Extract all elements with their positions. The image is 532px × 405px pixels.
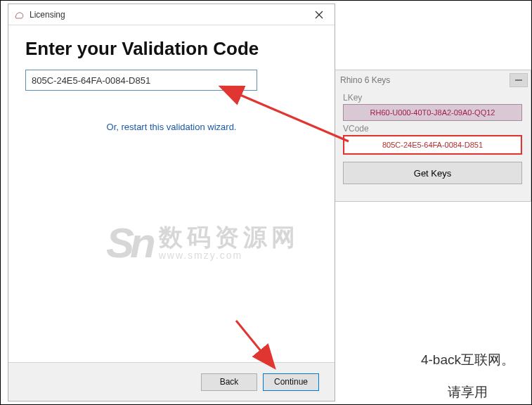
licensing-body: Enter your Validation Code Or, restart t… [8, 25, 335, 362]
lkey-label: LKey [343, 93, 522, 103]
vcode-highlight: 805C-24E5-64FA-0084-D851 [343, 135, 522, 155]
svg-rect-0 [515, 79, 522, 81]
rhino-app-icon [14, 9, 25, 20]
bg-line-1: 4-back互联网。 [421, 351, 514, 369]
licensing-window: Licensing Enter your Validation Code Or,… [8, 4, 335, 401]
back-button[interactable]: Back [201, 373, 257, 391]
licensing-title: Licensing [30, 10, 65, 20]
licensing-close-button[interactable] [303, 4, 335, 25]
licensing-footer: Back Continue [8, 362, 335, 401]
licensing-heading: Enter your Validation Code [25, 38, 318, 60]
restart-wizard-link[interactable]: Or, restart this validation wizard. [25, 122, 318, 132]
keygen-body: LKey RH60-U000-40T0-J8A2-09A0-QQ12 VCode… [335, 93, 531, 191]
keygen-close-button[interactable] [510, 73, 528, 87]
vcode-label: VCode [343, 124, 522, 134]
continue-button[interactable]: Continue [263, 373, 319, 391]
background-page-text: 4-back互联网。 请享用 [421, 351, 514, 401]
keygen-titlebar: Rhino 6 Keys [335, 70, 531, 90]
close-icon [315, 11, 323, 19]
get-keys-button[interactable]: Get Keys [343, 162, 522, 184]
keygen-window: Rhino 6 Keys LKey RH60-U000-40T0-J8A2-09… [334, 70, 531, 202]
lkey-field[interactable]: RH60-U000-40T0-J8A2-09A0-QQ12 [343, 104, 522, 121]
licensing-titlebar: Licensing [8, 4, 335, 25]
validation-code-input[interactable] [25, 70, 257, 91]
vcode-field[interactable]: 805C-24E5-64FA-0084-D851 [345, 137, 520, 153]
close-icon [515, 77, 522, 84]
bg-line-2: 请享用 [448, 383, 514, 401]
keygen-title: Rhino 6 Keys [340, 75, 390, 85]
